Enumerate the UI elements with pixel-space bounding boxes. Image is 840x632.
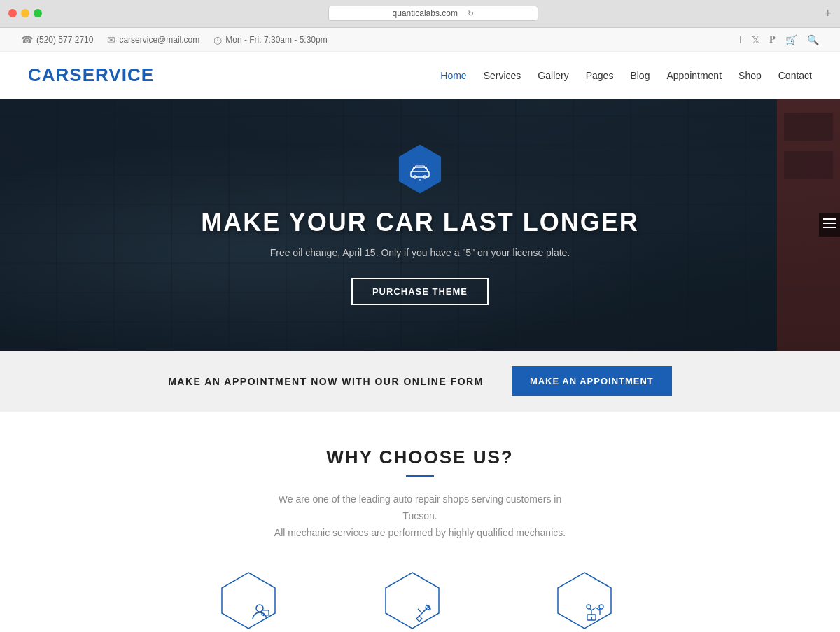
svg-point-15 xyxy=(587,605,591,609)
nav-links: Home Services Gallery Pages Blog Appoint… xyxy=(440,70,812,81)
svg-rect-6 xyxy=(823,227,836,228)
brand-logo[interactable]: CARSERVICE xyxy=(28,64,154,86)
hero-content: MAKE YOUR CAR LAST LONGER Free oil chang… xyxy=(201,145,638,305)
car-icon xyxy=(408,157,432,181)
hours-item: ◷ Mon - Fri: 7:30am - 5:30pm xyxy=(214,34,327,45)
hero-subtitle: Free oil change, April 15. Only if you h… xyxy=(201,247,638,258)
email-item: ✉ carservice@mail.com xyxy=(107,34,200,45)
top-bar-left: ☎ (520) 577 2710 ✉ carservice@mail.com ◷… xyxy=(21,34,328,45)
why-choose-us-section: WHY CHOOSE US? We are one of the leading… xyxy=(0,412,840,632)
svg-line-11 xyxy=(422,610,425,613)
why-title: WHY CHOOSE US? xyxy=(28,447,812,468)
appointment-banner-text: MAKE AN APPOINTMENT NOW WITH OUR ONLINE … xyxy=(168,376,484,387)
nav-link-appointment[interactable]: Appointment xyxy=(666,70,722,81)
why-card-materials: BEST MATERIALS xyxy=(369,569,456,632)
address-bar[interactable]: quanticalabs.com ↻ xyxy=(328,6,538,21)
nav-item-gallery[interactable]: Gallery xyxy=(538,70,568,81)
svg-point-3 xyxy=(419,179,421,181)
hamburger-icon xyxy=(823,218,836,228)
main-nav: CARSERVICE Home Services Gallery Pages B… xyxy=(0,52,840,99)
nav-item-home[interactable]: Home xyxy=(440,70,466,81)
nav-link-pages[interactable]: Pages xyxy=(586,70,614,81)
hero-hex-icon xyxy=(396,145,444,194)
address-bar-container: quanticalabs.com ↻ xyxy=(50,6,816,21)
make-appointment-button[interactable]: MAKE AN APPOINTMENT xyxy=(512,366,672,396)
email-address: carservice@mail.com xyxy=(119,35,200,45)
business-hours: Mon - Fri: 7:30am - 5:30pm xyxy=(225,35,327,45)
hex-outline-materials xyxy=(381,569,444,632)
why-subtitle: We are one of the leading auto repair sh… xyxy=(262,491,578,541)
svg-rect-13 xyxy=(591,617,592,620)
phone-item: ☎ (520) 577 2710 xyxy=(21,34,93,45)
search-icon[interactable]: 🔍 xyxy=(807,34,819,45)
why-card-standards: PROFESSIONAL STANDARDS xyxy=(512,569,656,632)
nav-item-appointment[interactable]: Appointment xyxy=(666,70,722,81)
facebook-icon[interactable]: f xyxy=(739,34,742,45)
url-text: quanticalabs.com xyxy=(393,8,458,18)
why-cards: EVERY JOB IS PERSONAL xyxy=(28,569,812,632)
browser-chrome: quanticalabs.com ↻ + xyxy=(0,0,840,28)
close-button[interactable] xyxy=(8,9,17,17)
nav-item-contact[interactable]: Contact xyxy=(778,70,812,81)
minimize-button[interactable] xyxy=(21,9,29,17)
nav-item-shop[interactable]: Shop xyxy=(738,70,762,81)
nav-link-home[interactable]: Home xyxy=(440,70,466,81)
hex-outline-personal xyxy=(217,569,280,632)
browser-dots xyxy=(8,9,42,17)
hero-title: MAKE YOUR CAR LAST LONGER xyxy=(201,208,638,237)
clock-icon: ◷ xyxy=(214,34,222,45)
nav-link-services[interactable]: Services xyxy=(484,70,522,81)
svg-point-14 xyxy=(599,605,603,609)
cart-icon[interactable]: 🛒 xyxy=(785,34,797,45)
email-icon: ✉ xyxy=(107,34,115,45)
nav-link-blog[interactable]: Blog xyxy=(630,70,650,81)
phone-icon: ☎ xyxy=(21,34,33,45)
top-info-bar: ☎ (520) 577 2710 ✉ carservice@mail.com ◷… xyxy=(0,28,840,52)
fullscreen-button[interactable] xyxy=(34,9,42,17)
hero-section: MAKE YOUR CAR LAST LONGER Free oil chang… xyxy=(0,99,840,351)
svg-rect-4 xyxy=(823,218,836,220)
refresh-icon[interactable]: ↻ xyxy=(468,9,474,18)
nav-item-services[interactable]: Services xyxy=(484,70,522,81)
new-tab-button[interactable]: + xyxy=(824,6,832,21)
why-divider xyxy=(406,475,434,477)
nav-item-pages[interactable]: Pages xyxy=(586,70,614,81)
nav-link-contact[interactable]: Contact xyxy=(778,70,812,81)
nav-link-shop[interactable]: Shop xyxy=(738,70,762,81)
hex-outline-standards xyxy=(553,569,616,632)
twitter-icon[interactable]: 𝕏 xyxy=(752,34,760,45)
browser-title-bar: quanticalabs.com ↻ + xyxy=(0,0,840,27)
sidebar-toggle-button[interactable] xyxy=(819,213,840,237)
appointment-banner: MAKE AN APPOINTMENT NOW WITH OUR ONLINE … xyxy=(0,351,840,412)
pinterest-icon[interactable]: 𝐏 xyxy=(769,34,776,45)
phone-number: (520) 577 2710 xyxy=(36,35,93,45)
top-bar-right: f 𝕏 𝐏 🛒 🔍 xyxy=(739,34,819,45)
purchase-theme-button[interactable]: PURCHASE THEME xyxy=(351,278,489,305)
svg-rect-5 xyxy=(823,223,836,224)
nav-item-blog[interactable]: Blog xyxy=(630,70,650,81)
nav-link-gallery[interactable]: Gallery xyxy=(538,70,568,81)
why-card-personal: EVERY JOB IS PERSONAL xyxy=(184,569,313,632)
